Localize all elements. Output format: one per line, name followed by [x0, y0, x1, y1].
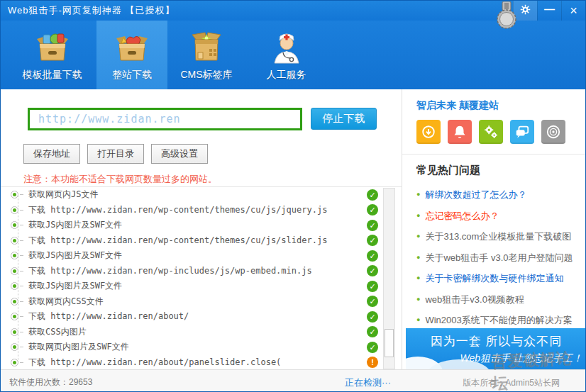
- log-bullet-icon: [11, 206, 18, 214]
- log-scrollbar[interactable]: [383, 188, 395, 369]
- log-row: 下载 http://www.zidan.ren/wp-includes/js/w…: [1, 264, 402, 279]
- app-window: Web狙击手-网页复制神器 【已授权】: [0, 0, 586, 392]
- stop-download-button[interactable]: 停止下载: [311, 108, 377, 130]
- sidebar: 智启未来 颠覆建站: [402, 89, 586, 369]
- bell-icon[interactable]: [448, 120, 472, 144]
- gear-icon: [520, 4, 531, 18]
- promo-icon-row: [416, 120, 586, 144]
- statusbar: 软件使用次数：29653 正在检测··· 版本所有：Admin5站长网: [1, 369, 585, 392]
- log-bullet-dash: [20, 255, 23, 256]
- faq-list: 解绑次数超过了怎么办？ 忘记密码怎么办？ 关于313.com企业模板批量下载破图…: [416, 184, 586, 331]
- window-controls: — ×: [513, 1, 585, 21]
- template-box-icon: [33, 29, 72, 66]
- advanced-settings-button[interactable]: 高级设置: [151, 144, 208, 164]
- log-text: 获取网页内CSS文件: [28, 296, 104, 308]
- ad-slogan-line1: 因为一套 所以与众不同: [406, 333, 586, 349]
- save-address-button[interactable]: 保存地址: [23, 144, 80, 164]
- gears-icon[interactable]: [479, 120, 503, 144]
- minimize-button[interactable]: —: [537, 1, 561, 21]
- log-row: 下载 http://www.zidan.ren/about/panelslide…: [1, 355, 402, 370]
- log-bullet-icon: [11, 191, 18, 198]
- tab-label: 人工服务: [267, 69, 306, 82]
- log-bullet-dash: [20, 301, 23, 302]
- log-text: 下载 http://www.zidan.ren/wp-content/theme…: [28, 204, 327, 216]
- log-status-icon: [367, 189, 378, 201]
- log-scrollbar-thumb[interactable]: [385, 329, 394, 357]
- log-bullet-dash: [20, 316, 23, 317]
- url-input[interactable]: [28, 108, 302, 130]
- log-text: 获取JS内图片及SWF文件: [28, 280, 122, 292]
- log-bullet-dash: [20, 347, 23, 347]
- log-text: 下载 http://www.zidan.ren/wp-includes/js/w…: [28, 265, 312, 277]
- log-status-icon: [367, 281, 378, 292]
- log-bullet-icon: [11, 343, 18, 351]
- ad-banner[interactable]: 因为一套 所以与众不同 Web狙击手 让您忘记手工！: [406, 328, 586, 369]
- faq-item[interactable]: 关于卡密解绑次数与硬件绑定通知: [416, 268, 586, 289]
- log-bullet-dash: [20, 194, 23, 195]
- log-bullet-icon: [11, 282, 18, 290]
- tab-whole-site-download[interactable]: 整站下载: [96, 21, 167, 89]
- cms-box-icon: [187, 29, 226, 66]
- log-bullet-dash: [20, 271, 23, 271]
- minimize-icon: —: [544, 3, 555, 15]
- log-row: 下载 http://www.zidan.ren/wp-content/theme…: [1, 233, 402, 249]
- checking-status-label: 正在检测···: [345, 376, 391, 389]
- version-owner-label: 版本所有：Admin5站长网: [463, 377, 560, 389]
- promo-title: 智启未来 颠覆建站: [416, 99, 586, 112]
- log-bullet-icon: [11, 328, 18, 336]
- tab-cms-tag-library[interactable]: CMS标签库: [167, 21, 245, 89]
- chat-icon[interactable]: [510, 120, 534, 144]
- log-bullet-dash: [20, 286, 23, 286]
- close-button[interactable]: ×: [561, 1, 585, 21]
- log-text: 获取网页内图片及SWF文件: [28, 341, 129, 353]
- usage-count-label: 软件使用次数：29653: [9, 376, 92, 388]
- warning-note: 注意：本功能不适合下载网页数量过多的网站。: [23, 173, 402, 186]
- disc-icon[interactable]: [541, 120, 565, 144]
- download-icon[interactable]: [416, 120, 441, 144]
- log-row: 获取JS内图片及SWF文件: [1, 279, 402, 294]
- download-log: 获取网页内JS文件 下载 http://www.zidan.ren/wp-con…: [1, 186, 402, 369]
- log-text: 下载 http://www.zidan.ren/about/: [28, 310, 189, 323]
- license-medal-icon: [495, 1, 518, 34]
- log-status-icon: [367, 250, 378, 262]
- faq-item[interactable]: 忘记密码怎么办？: [416, 206, 586, 227]
- log-status-icon: [367, 296, 378, 307]
- download-panel: 停止下载 保存地址 打开目录 高级设置 注意：本功能不适合下载网页数量过多的网站…: [1, 89, 402, 369]
- log-bullet-icon: [11, 313, 18, 320]
- log-bullet-icon: [11, 359, 18, 366]
- log-status-icon: [367, 311, 378, 323]
- close-icon: ×: [570, 4, 577, 18]
- faq-item[interactable]: 关于web狙击手 v3.0老用户登陆问题: [416, 247, 586, 269]
- faq-item[interactable]: 关于313.com企业模板批量下载破图: [416, 226, 586, 247]
- doctor-icon: [267, 29, 306, 66]
- log-row: 获取网页内CSS文件: [1, 294, 402, 310]
- log-row: 下载 http://www.zidan.ren/wp-content/theme…: [1, 203, 402, 218]
- log-bullet-icon: [11, 298, 18, 306]
- log-bullet-dash: [20, 225, 23, 225]
- tab-label: CMS标签库: [180, 69, 232, 82]
- log-bullet-icon: [11, 237, 18, 245]
- log-bullet-dash: [20, 210, 23, 211]
- log-status-icon: [367, 204, 378, 215]
- tab-label: 模板批量下载: [23, 69, 82, 82]
- log-bullet-icon: [11, 252, 18, 259]
- log-bullet-dash: [20, 332, 23, 332]
- open-directory-button[interactable]: 打开目录: [87, 144, 144, 164]
- log-text: 获取CSS内图片: [28, 326, 87, 338]
- log-row: 获取网页内图片及SWF文件: [1, 340, 402, 355]
- log-status-icon: [367, 235, 378, 246]
- tab-manual-service[interactable]: 人工服务: [245, 21, 327, 89]
- window-title: Web狙击手-网页复制神器 【已授权】: [1, 4, 175, 17]
- tab-template-batch-download[interactable]: 模板批量下载: [8, 21, 96, 89]
- log-bullet-dash: [20, 240, 23, 241]
- faq-item[interactable]: web狙击手v3.0视频教程: [416, 289, 586, 310]
- log-text: 获取JS内图片及SWF文件: [28, 250, 122, 262]
- faq-item[interactable]: 解绑次数超过了怎么办？: [416, 184, 586, 206]
- log-status-icon: [367, 357, 378, 368]
- log-bullet-dash: [20, 362, 23, 363]
- log-status-icon: [367, 326, 378, 337]
- log-row: 下载 http://www.zidan.ren/about/: [1, 309, 402, 325]
- faq-title: 常见热门问题: [416, 164, 586, 177]
- log-text: 下载 http://www.zidan.ren/wp-content/theme…: [28, 235, 327, 247]
- log-status-icon: [367, 265, 378, 276]
